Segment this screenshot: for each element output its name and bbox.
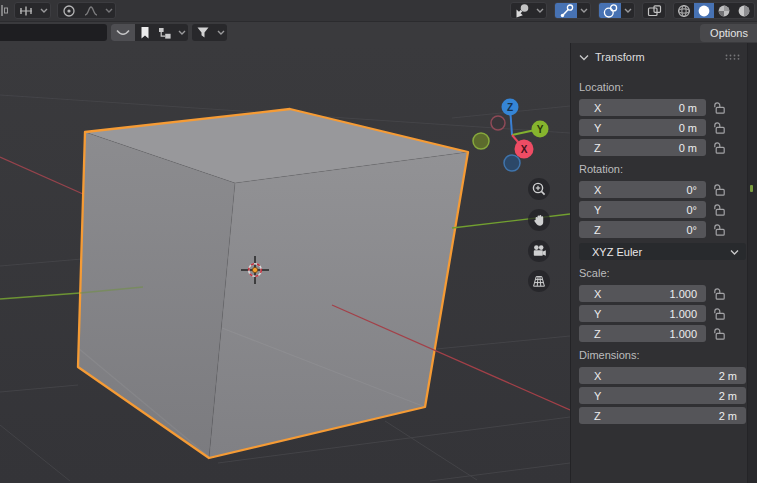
axis-label: X: [594, 184, 601, 196]
gizmo-neg-z-ball[interactable]: [504, 155, 520, 171]
camera-view-button[interactable]: [528, 240, 550, 262]
object-visibility-dropdown[interactable]: [510, 2, 547, 19]
scale-y-field[interactable]: Y 1.000: [579, 305, 706, 322]
field-value: 0°: [686, 184, 697, 196]
toggle-xray-button[interactable]: [642, 2, 666, 19]
lock-scale-y-button[interactable]: [713, 307, 727, 321]
panel-title: Transform: [595, 51, 645, 63]
cube-object[interactable]: [78, 109, 468, 458]
gizmo-x-label: X: [521, 144, 528, 155]
filter-funnel-icon[interactable]: [192, 24, 214, 41]
lock-scale-z-button[interactable]: [713, 327, 727, 341]
lock-location-z-button[interactable]: [713, 141, 727, 155]
scale-z-field[interactable]: Z 1.000: [579, 325, 706, 342]
sidebar-transform-panel: Transform Location: X 0 m: [570, 43, 747, 483]
toggle-projection-button[interactable]: [528, 270, 550, 292]
dimensions-z-field[interactable]: Z 2 m: [579, 407, 746, 424]
lock-scale-x-button[interactable]: [713, 287, 727, 301]
lock-rotation-x-button[interactable]: [713, 183, 727, 197]
lock-location-x-button[interactable]: [713, 101, 727, 115]
unlock-icon: [713, 101, 727, 115]
3d-viewport[interactable]: Z Y X: [0, 43, 570, 483]
field-value: 1.000: [669, 328, 697, 340]
chevron-down-icon[interactable]: [621, 3, 634, 18]
bookmark-button[interactable]: [135, 24, 154, 41]
scale-x-field[interactable]: X 1.000: [579, 285, 706, 302]
rotation-mode-dropdown[interactable]: XYZ Euler: [579, 243, 746, 260]
chevron-down-icon[interactable]: [533, 3, 546, 18]
shading-material-button[interactable]: [714, 3, 734, 18]
location-y-field[interactable]: Y 0 m: [579, 119, 706, 136]
xray-icon[interactable]: [643, 3, 665, 18]
axis-label: Z: [594, 142, 601, 154]
panel-header[interactable]: Transform: [579, 48, 745, 66]
lock-location-y-button[interactable]: [713, 121, 727, 135]
tool-settings-bar: Options: [0, 21, 757, 43]
options-button[interactable]: Options: [700, 24, 757, 42]
axis-label: Y: [594, 204, 601, 216]
perspective-grid-icon: [531, 273, 547, 289]
location-z-field[interactable]: Z 0 m: [579, 139, 706, 156]
snap-settings-group[interactable]: [14, 2, 51, 19]
rotation-x-field[interactable]: X 0°: [579, 181, 706, 198]
tool-options-group: [111, 24, 188, 41]
unlock-icon: [713, 307, 727, 321]
shading-solid-button[interactable]: [694, 3, 714, 18]
dimensions-section-label: Dimensions:: [579, 349, 747, 361]
navigation-gizmo[interactable]: Z Y X: [470, 91, 560, 181]
chevron-down-icon[interactable]: [577, 3, 590, 18]
proportional-editing-icon[interactable]: [58, 3, 80, 18]
rotation-y-field[interactable]: Y 0°: [579, 201, 706, 218]
unlock-icon: [713, 183, 727, 197]
rotation-section-label: Rotation:: [579, 163, 747, 175]
magnifier-plus-icon: [531, 181, 547, 197]
dimensions-x-field[interactable]: X 2 m: [579, 367, 746, 384]
panel-grip-icon[interactable]: [725, 54, 741, 61]
gizmo-y-ball[interactable]: Y: [532, 121, 549, 138]
unlock-icon: [713, 287, 727, 301]
axis-label: Z: [594, 328, 601, 340]
chevron-down-icon[interactable]: [102, 3, 115, 18]
camera-icon: [531, 243, 548, 259]
zoom-view-button[interactable]: [528, 178, 550, 200]
gizmo-y-label: Y: [537, 124, 544, 135]
falloff-smooth-button[interactable]: [111, 24, 135, 41]
unlock-icon: [713, 327, 727, 341]
axis-label: Z: [594, 410, 601, 422]
display-mode-button[interactable]: [154, 24, 175, 41]
tool-data-field[interactable]: [0, 24, 107, 41]
location-x-field[interactable]: X 0 m: [579, 99, 706, 116]
falloff-curve-icon[interactable]: [80, 3, 102, 18]
chevron-down-icon[interactable]: [214, 24, 227, 41]
viewport-header: [0, 0, 757, 21]
rotation-z-field[interactable]: Z 0°: [579, 221, 706, 238]
snap-increment-icon[interactable]: [15, 3, 37, 18]
object-visibility-icon[interactable]: [511, 3, 533, 18]
axis-label: X: [594, 102, 601, 114]
field-value: 0 m: [679, 102, 697, 114]
gizmo-x-ball[interactable]: X: [515, 140, 534, 159]
field-value: 1.000: [669, 308, 697, 320]
lock-rotation-z-button[interactable]: [713, 223, 727, 237]
lock-rotation-y-button[interactable]: [713, 203, 727, 217]
show-overlays-toggle[interactable]: [598, 2, 635, 19]
axis-label: Z: [594, 224, 601, 236]
gizmo-neg-x-ball[interactable]: [491, 116, 505, 130]
hand-icon: [531, 212, 547, 228]
show-gizmo-toggle[interactable]: [554, 2, 591, 19]
dimensions-y-field[interactable]: Y 2 m: [579, 387, 746, 404]
gizmo-z-ball[interactable]: Z: [502, 99, 519, 116]
shading-wireframe-button[interactable]: [674, 3, 694, 18]
overlays-icon[interactable]: [599, 3, 621, 18]
shading-rendered-button[interactable]: [734, 3, 754, 18]
chevron-down-icon: [579, 53, 589, 62]
viewport-shading-group: [673, 2, 755, 19]
proportional-editing-group[interactable]: [57, 2, 116, 19]
field-value: 0°: [686, 224, 697, 236]
chevron-down-icon[interactable]: [37, 3, 50, 18]
gizmo-neg-y-ball[interactable]: [473, 133, 489, 149]
blender-window: Options: [0, 0, 757, 483]
gizmo-icon[interactable]: [555, 3, 577, 18]
chevron-down-icon[interactable]: [175, 24, 188, 41]
move-view-button[interactable]: [528, 209, 550, 231]
